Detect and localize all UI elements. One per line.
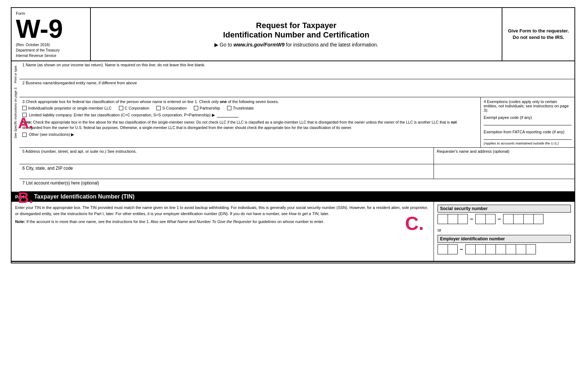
ein-group-1 bbox=[438, 244, 458, 254]
row-5: 5 Address (number, street, and apt. or s… bbox=[19, 148, 434, 164]
row-5-6: 5 Address (number, street, and apt. or s… bbox=[19, 148, 574, 164]
ssn-group-2 bbox=[475, 214, 496, 224]
chk-s-corp-box[interactable] bbox=[156, 106, 161, 110]
part-1-text: Enter your TIN in the appropriate box. T… bbox=[15, 205, 430, 217]
chk-trust: Trust/estate bbox=[227, 106, 254, 110]
chk-s-corp: S Corporation bbox=[156, 106, 187, 110]
exemptions-title: 4 Exemptions (codes apply only to certai… bbox=[484, 99, 572, 112]
fatca-label: Exemption from FATCA reporting code (if … bbox=[484, 130, 572, 134]
form-title-line1: Request for Taxpayer bbox=[98, 21, 494, 30]
ssn-group-3 bbox=[503, 214, 543, 224]
ssn-cell-4[interactable] bbox=[475, 214, 485, 224]
row-1-container: 1 Name (as shown on your income tax retu… bbox=[19, 61, 574, 79]
ein-cell-4[interactable] bbox=[475, 244, 485, 254]
bottom-border bbox=[11, 262, 575, 263]
row-3: 3 Check appropriate box for federal tax … bbox=[19, 97, 481, 147]
ssn-dash-1: – bbox=[470, 216, 473, 222]
row-4: 4 Exemptions (codes apply only to certai… bbox=[481, 97, 574, 147]
part-1-title: Taxpayer Identification Number (TIN) bbox=[34, 193, 135, 200]
part-1-right: C. Social security number – bbox=[434, 202, 574, 261]
chk-partnership: Partnership bbox=[194, 106, 220, 110]
fatca-line[interactable] bbox=[484, 135, 572, 140]
side-label-print: Print or type. bbox=[14, 65, 17, 83]
exempt-payee-label: Exempt payee code (if any) bbox=[484, 115, 572, 120]
other-row: Other (see instructions) ▶ bbox=[22, 132, 478, 137]
side-label-see: See Specific Instructions on page 3. bbox=[14, 87, 17, 139]
row-7-wrapper: 7 List account number(s) here (optional) bbox=[19, 179, 574, 192]
ssn-cell-3[interactable] bbox=[458, 214, 468, 224]
give-form-text: Give Form to the requester. Do not send … bbox=[507, 28, 570, 41]
exempt-payee-line[interactable] bbox=[484, 120, 572, 125]
part-1-left: Enter your TIN in the appropriate box. T… bbox=[12, 202, 434, 261]
ssn-cell-8[interactable] bbox=[523, 214, 533, 224]
ein-cell-2[interactable] bbox=[448, 244, 458, 254]
row-2-container: 2 Business name/disregarded entity name,… bbox=[19, 79, 574, 97]
row-5-wrapper: 5 Address (number, street, and apt. or s… bbox=[19, 148, 574, 164]
ssn-dash-2: – bbox=[498, 216, 501, 222]
form-url: www.irs.gov/FormW9 bbox=[234, 42, 285, 48]
row-3-title: 3 Check appropriate box for federal tax … bbox=[22, 99, 478, 104]
form-header: Form W-9 (Rev. October 2018) Department … bbox=[11, 7, 575, 61]
chk-individual-box[interactable] bbox=[22, 106, 27, 110]
side-labels: Print or type. See Specific Instructions… bbox=[12, 79, 19, 124]
chk-trust-box[interactable] bbox=[227, 106, 231, 110]
llc-row: Limited liability company. Enter the tax… bbox=[22, 112, 478, 117]
row-3-4: 3 Check appropriate box for federal tax … bbox=[19, 97, 574, 148]
header-right: Give Form to the requester. Do not send … bbox=[502, 8, 574, 61]
form-dept1: Department of the Treasury bbox=[16, 48, 86, 52]
chk-partnership-box[interactable] bbox=[194, 106, 198, 110]
row-2-label: 2 Business name/disregarded entity name,… bbox=[22, 81, 572, 85]
row-6: 6 City, state, and ZIP code bbox=[19, 164, 574, 179]
row-6-left: 6 City, state, and ZIP code bbox=[19, 164, 434, 179]
ssn-cell-1[interactable] bbox=[438, 214, 448, 224]
ein-section: Employer identification number – bbox=[438, 235, 571, 254]
ssn-boxes: – – bbox=[438, 214, 571, 224]
ssn-cell-7[interactable] bbox=[513, 214, 523, 224]
form-goto: ▶ Go to www.irs.gov/FormW9 for instructi… bbox=[98, 42, 494, 48]
ein-boxes: – bbox=[438, 244, 571, 254]
form-dept2: Internal Revenue Service bbox=[16, 54, 86, 58]
ein-cell-7[interactable] bbox=[506, 244, 516, 254]
header-center: Request for Taxpayer Identification Numb… bbox=[91, 8, 502, 61]
or-text: or bbox=[438, 228, 571, 233]
row-1-label: 1 Name (as shown on your income tax retu… bbox=[22, 63, 572, 67]
header-left: Form W-9 (Rev. October 2018) Department … bbox=[12, 8, 91, 61]
part-1-body: Enter your TIN in the appropriate box. T… bbox=[12, 202, 574, 261]
ein-label: Employer identification number bbox=[438, 235, 571, 243]
ein-cell-3[interactable] bbox=[465, 244, 475, 254]
ein-cell-6[interactable] bbox=[496, 244, 506, 254]
checkbox-row: Individual/sole proprietor or single-mem… bbox=[22, 106, 478, 110]
ssn-cell-9[interactable] bbox=[533, 214, 543, 224]
ein-cell-8[interactable] bbox=[516, 244, 526, 254]
ein-cell-5[interactable] bbox=[485, 244, 496, 254]
chk-llc-box[interactable] bbox=[22, 113, 27, 117]
llc-input[interactable] bbox=[217, 112, 239, 117]
ein-cell-9[interactable] bbox=[526, 244, 536, 254]
row-7: 7 List account number(s) here (optional) bbox=[19, 179, 574, 192]
form-name: W-9 bbox=[16, 16, 86, 42]
chk-other-box[interactable] bbox=[22, 133, 27, 137]
chk-c-corp-box[interactable] bbox=[119, 106, 123, 110]
fatca-note: (Applies to accounts maintained outside … bbox=[484, 141, 572, 145]
form-goto-suffix: for instructions and the latest informat… bbox=[286, 42, 378, 48]
ssn-group-1 bbox=[438, 214, 468, 224]
ssn-section: Social security number – bbox=[438, 205, 571, 224]
note-row: Note: Check the appropriate box in the l… bbox=[22, 120, 478, 130]
chk-individual: Individual/sole proprietor or single-mem… bbox=[22, 106, 112, 110]
requester-box: Requester's name and address (optional) bbox=[434, 148, 574, 164]
row-5-label: 5 Address (number, street, and apt. or s… bbox=[22, 149, 431, 153]
ssn-cell-2[interactable] bbox=[448, 214, 458, 224]
ein-group-2 bbox=[465, 244, 536, 254]
ssn-cell-5[interactable] bbox=[485, 214, 496, 224]
ein-cell-1[interactable] bbox=[438, 244, 448, 254]
part-1-label: Part I bbox=[15, 194, 27, 200]
form-body: Print or type. See Specific Instructions… bbox=[11, 61, 575, 262]
ssn-label: Social security number bbox=[438, 205, 571, 213]
ssn-cell-6[interactable] bbox=[503, 214, 513, 224]
chk-c-corp: C Corporation bbox=[119, 106, 149, 110]
row-1: 1 Name (as shown on your income tax retu… bbox=[19, 61, 574, 79]
part-1-header: Part I Taxpayer Identification Number (T… bbox=[12, 192, 574, 202]
form-title-line2: Identification Number and Certification bbox=[98, 30, 494, 40]
ein-dash: – bbox=[460, 246, 463, 253]
row-2: 2 Business name/disregarded entity name,… bbox=[19, 79, 574, 97]
